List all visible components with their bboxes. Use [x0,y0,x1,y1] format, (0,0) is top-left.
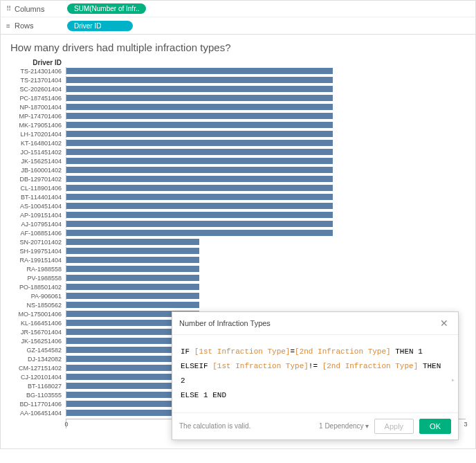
row-label: GZ-1454582 [10,347,66,354]
table-row: SC-202601404 [10,84,466,93]
apply-button[interactable]: Apply [374,419,414,434]
row-label: AA-106451404 [10,410,66,417]
row-label: KL-166451406 [10,320,66,327]
bar[interactable] [66,301,199,309]
formula-field: [1st Infraction Type] [212,362,309,370]
table-row: PO-188501402 [10,282,466,291]
bar[interactable] [66,85,333,93]
x-tick: 3 [464,421,467,428]
bar-track [66,238,466,246]
bar-track [66,274,466,282]
rows-pill[interactable]: Driver ID [67,21,133,31]
formula-text: IF [181,347,194,356]
table-row: SH-199751404 [10,246,466,255]
bar-track [66,211,466,219]
bar[interactable] [66,130,333,138]
viz-title: How many drivers had multiple infraction… [10,42,466,53]
table-row: JK-156251404 [10,156,466,165]
shelves-panel: ⠿ Columns SUM(Number of Infr.. ≡ Rows Dr… [0,0,476,35]
close-icon[interactable]: ✕ [437,318,451,329]
rows-icon: ≡ [5,22,12,30]
bar[interactable] [66,247,199,255]
bar-track [66,229,466,237]
ok-button[interactable]: OK [419,419,451,434]
table-row: CL-118901406 [10,183,466,192]
row-label: RA-199151404 [10,257,66,264]
table-row: TS-213701404 [10,75,466,84]
bar[interactable] [66,76,333,84]
bar[interactable] [66,202,333,210]
chevron-down-icon: ▾ [365,422,369,430]
validation-status: The calculation is valid. [179,422,313,430]
row-label: MK-179051406 [10,122,66,129]
row-label: BD-117701406 [10,401,66,408]
bar[interactable] [66,157,333,165]
row-label: BG-1103555 [10,392,66,399]
bar[interactable] [66,292,199,300]
table-row: SN-207101402 [10,237,466,246]
row-label: SC-202601404 [10,86,66,93]
bar-track [66,130,466,138]
columns-icon: ⠿ [5,5,12,12]
bar[interactable] [66,184,333,192]
bar[interactable] [66,229,333,237]
table-row: RA-199151404 [10,255,466,264]
columns-shelf-label: ⠿ Columns [5,5,60,13]
table-row: BT-114401404 [10,192,466,201]
row-label: RA-1988558 [10,266,66,273]
formula-editor[interactable]: IF [1st Infraction Type]=[2nd Infraction… [172,335,458,412]
bar-track [66,157,466,165]
bar[interactable] [66,274,199,282]
table-row: AS-100451404 [10,201,466,210]
table-row: LH-170201404 [10,129,466,138]
dialog-header[interactable]: Number of Infraction Types ✕ [172,312,458,335]
row-label: PA-906061 [10,293,66,300]
expand-caret-icon[interactable]: ▸ [451,374,455,387]
bar[interactable] [66,148,333,156]
formula-field: [1st Infraction Type] [194,347,291,356]
row-label: JK-156251406 [10,338,66,345]
bar[interactable] [66,112,333,120]
bar[interactable] [66,94,333,102]
bar-track [66,85,466,93]
row-label: CJ-120101404 [10,374,66,381]
dependency-dropdown[interactable]: 1 Dependency ▾ [319,422,369,430]
dialog-title: Number of Infraction Types [179,319,271,327]
row-label: PV-1988558 [10,275,66,282]
row-label: BT-1168027 [10,383,66,390]
row-label: TS-213701404 [10,77,66,84]
columns-pill[interactable]: SUM(Number of Infr.. [67,3,146,14]
row-label: NS-1850562 [10,302,66,309]
row-label: AS-100451404 [10,203,66,210]
rows-shelf-label: ≡ Rows [5,21,60,30]
table-row: PV-1988558 [10,273,466,282]
formula-text: ELSEIF [181,362,212,370]
bar[interactable] [66,283,199,291]
bar-track [66,166,466,174]
bar-track [66,94,466,102]
bar[interactable] [66,166,333,174]
row-label: SN-207101402 [10,239,66,246]
bar[interactable] [66,211,333,219]
y-axis-header: Driver ID [10,59,66,66]
rows-shelf[interactable]: ≡ Rows Driver ID [1,17,475,34]
row-label: AP-109151404 [10,212,66,219]
bar[interactable] [66,121,333,129]
bar[interactable] [66,265,199,273]
dialog-footer: The calculation is valid. 1 Dependency ▾… [172,412,458,439]
bar[interactable] [66,139,333,147]
bar-track [66,301,466,309]
bar[interactable] [66,256,199,264]
bar[interactable] [66,238,199,246]
table-row: KT-164801402 [10,138,466,147]
bar[interactable] [66,103,333,111]
bar[interactable] [66,193,333,201]
bar[interactable] [66,220,333,228]
row-label: BT-114401404 [10,194,66,201]
bar[interactable] [66,175,333,183]
row-label: CM-127151402 [10,365,66,372]
bar[interactable] [66,67,333,75]
columns-shelf[interactable]: ⠿ Columns SUM(Number of Infr.. [1,1,475,17]
formula-field: [2nd Infraction Type] [322,362,419,370]
row-label: PC-187451406 [10,95,66,102]
